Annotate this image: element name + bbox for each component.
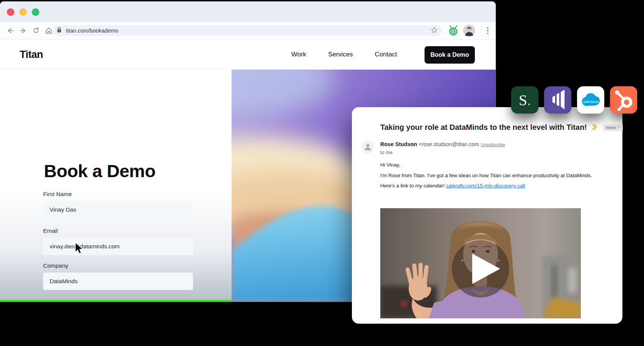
browser-titlebar <box>0 2 496 22</box>
email-label: Email <box>43 228 58 234</box>
company-input[interactable] <box>43 273 193 290</box>
first-name-input[interactable] <box>43 201 193 218</box>
lock-icon <box>56 27 62 34</box>
inbox-label-badge[interactable]: Inbox × <box>603 124 623 131</box>
minimize-window-button[interactable] <box>19 8 27 16</box>
reload-icon[interactable] <box>30 25 42 36</box>
green-progress-line <box>0 300 232 302</box>
salesforce-app-icon[interactable]: salesforce <box>577 86 604 114</box>
profile-avatar[interactable] <box>463 25 475 37</box>
mouse-cursor <box>74 242 86 257</box>
email-subject: Taking your role at DataMinds to the nex… <box>380 123 587 132</box>
header-book-demo-button[interactable]: Book a Demo <box>425 46 475 64</box>
email-calendar-line: Here's a link to my calendar! calendly.c… <box>380 183 525 189</box>
nav-link-services[interactable]: Services <box>328 51 353 58</box>
bookmark-star-icon[interactable] <box>431 26 438 35</box>
first-name-label: First Name <box>43 191 72 198</box>
company-label: Company <box>43 262 68 269</box>
email-paragraph: I'm Rose from Titan. I've got a few idea… <box>380 173 592 178</box>
site-header: Titan Work Services Contact Book a Demo <box>0 40 496 70</box>
back-icon[interactable] <box>5 25 16 36</box>
calendly-link[interactable]: calendly.com/15-min-discovery-call <box>446 183 525 189</box>
url-bar[interactable]: titan.com/bookademo <box>53 25 442 36</box>
nav-link-contact[interactable]: Contact <box>375 51 397 58</box>
page-title: Book a Demo <box>44 161 156 181</box>
forward-icon[interactable] <box>17 25 29 36</box>
url-text[interactable]: titan.com/bookademo <box>66 28 431 34</box>
browser-toolbar: titan.com/bookademo <box>0 22 496 40</box>
recipient-line[interactable]: to me <box>380 150 393 155</box>
site-logo[interactable]: Titan <box>20 49 43 61</box>
integration-icons: S. salesforce <box>511 86 637 114</box>
nav-link-work[interactable]: Work <box>291 51 306 58</box>
important-marker-icon[interactable] <box>591 124 599 131</box>
close-window-button[interactable] <box>7 8 14 16</box>
remove-label-icon[interactable]: × <box>618 125 620 129</box>
sender-line: Rose Studson<rose.studson@titan.comUnsub… <box>380 141 505 147</box>
booking-form-panel: Book a Demo First Name Email Company Boo… <box>0 70 232 302</box>
browser-menu-icon[interactable] <box>485 26 490 35</box>
s-dot-app-icon[interactable]: S. <box>511 86 538 114</box>
sender-avatar[interactable] <box>361 140 374 153</box>
video-thumbnail[interactable] <box>380 208 581 318</box>
svg-text:salesforce: salesforce <box>583 100 599 104</box>
marketo-app-icon[interactable] <box>544 86 571 114</box>
email-greeting: Hi Vinay, <box>380 162 400 168</box>
sender-address: <rose.studson@titan.com <box>418 141 479 147</box>
sender-name: Rose Studson <box>380 141 417 147</box>
unsubscribe-link[interactable]: Unsubscribe <box>481 142 505 147</box>
email-input[interactable] <box>43 238 193 255</box>
site-nav: Work Services Contact <box>291 51 397 58</box>
hubspot-app-icon[interactable] <box>610 86 637 114</box>
maximize-window-button[interactable] <box>32 8 39 16</box>
extension-alien-icon[interactable] <box>448 25 459 36</box>
email-card: Taking your role at DataMinds to the nex… <box>352 107 622 324</box>
